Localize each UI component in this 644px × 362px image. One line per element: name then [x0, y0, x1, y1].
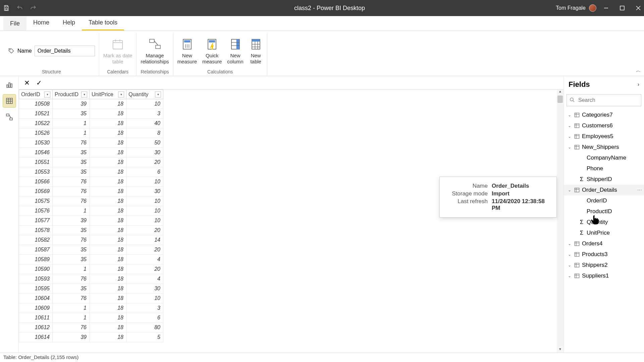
minimize-icon[interactable]	[603, 5, 609, 11]
file-tab[interactable]: File	[3, 17, 26, 31]
table-row[interactable]: 1057611810	[19, 206, 163, 216]
fields-table-customers6[interactable]: ⌄Customers6	[564, 120, 644, 131]
filter-icon[interactable]: ▾	[81, 92, 87, 98]
table-cell[interactable]: 35	[53, 284, 90, 294]
table-cell[interactable]: 18	[90, 235, 126, 245]
table-cell[interactable]: 10595	[19, 284, 53, 294]
table-cell[interactable]: 18	[90, 303, 126, 313]
field-unitprice[interactable]: ΣUnitPrice	[564, 228, 644, 238]
table-row[interactable]: 106111186	[19, 313, 163, 323]
scroll-thumb[interactable]	[557, 96, 563, 103]
tab-table-tools[interactable]: Table tools	[82, 16, 124, 31]
table-cell[interactable]: 10526	[19, 128, 53, 138]
table-cell[interactable]: 5	[126, 333, 163, 342]
table-cell[interactable]: 35	[53, 226, 90, 235]
table-cell[interactable]: 8	[126, 128, 163, 138]
close-icon[interactable]	[635, 5, 641, 11]
field-shipperid[interactable]: ΣShipperID	[564, 174, 644, 185]
table-cell[interactable]: 10553	[19, 167, 53, 177]
table-row[interactable]: 10604761810	[19, 294, 163, 303]
table-cell[interactable]: 30	[126, 148, 163, 158]
table-row[interactable]: 10582761814	[19, 235, 163, 245]
table-cell[interactable]: 20	[126, 264, 163, 274]
table-cell[interactable]: 18	[90, 148, 126, 158]
chevron-icon[interactable]: ⌄	[567, 123, 572, 128]
model-view-button[interactable]	[3, 110, 16, 124]
table-cell[interactable]: 10576	[19, 206, 53, 216]
maximize-icon[interactable]	[619, 5, 625, 11]
field-quantity[interactable]: ΣQuantity	[564, 217, 644, 228]
table-cell[interactable]: 18	[90, 109, 126, 119]
table-cell[interactable]: 10612	[19, 323, 53, 333]
table-cell[interactable]: 1	[53, 264, 90, 274]
new-measure-button[interactable]: New measure	[177, 37, 197, 65]
table-row[interactable]: 10546351830	[19, 148, 163, 158]
tab-home[interactable]: Home	[26, 16, 56, 31]
table-cell[interactable]: 76	[53, 294, 90, 303]
save-icon[interactable]	[3, 4, 10, 12]
table-cell[interactable]: 18	[90, 128, 126, 138]
scroll-down-icon[interactable]: ▼	[557, 347, 564, 353]
table-cell[interactable]: 10546	[19, 148, 53, 158]
report-view-button[interactable]	[3, 78, 16, 92]
table-cell[interactable]: 18	[90, 255, 126, 264]
table-cell[interactable]: 18	[90, 196, 126, 206]
table-cell[interactable]: 3	[126, 303, 163, 313]
table-cell[interactable]: 10	[126, 294, 163, 303]
table-cell[interactable]: 10508	[19, 99, 53, 109]
chevron-icon[interactable]: ⌄	[567, 252, 572, 257]
table-cell[interactable]: 18	[90, 138, 126, 148]
table-cell[interactable]: 10	[126, 99, 163, 109]
table-name-input[interactable]	[35, 46, 95, 56]
table-row[interactable]: 10612761880	[19, 323, 163, 333]
table-cell[interactable]: 1	[53, 313, 90, 323]
table-cell[interactable]: 35	[53, 167, 90, 177]
table-row[interactable]: 106091183	[19, 303, 163, 313]
column-header-productid[interactable]: ProductID▾	[53, 90, 90, 99]
table-cell[interactable]: 1	[53, 206, 90, 216]
table-cell[interactable]: 1	[53, 128, 90, 138]
table-cell[interactable]: 10	[126, 177, 163, 187]
table-cell[interactable]: 20	[126, 158, 163, 167]
table-cell[interactable]: 18	[90, 167, 126, 177]
fields-table-employees5[interactable]: ⌄Employees5	[564, 131, 644, 142]
column-header-unitprice[interactable]: UnitPrice▾	[90, 90, 126, 99]
redo-icon[interactable]	[30, 4, 37, 12]
table-row[interactable]: 10566761810	[19, 177, 163, 187]
filter-icon[interactable]: ▾	[118, 92, 124, 98]
cancel-formula-button[interactable]: ✕	[21, 77, 32, 88]
table-row[interactable]: 10595351830	[19, 284, 163, 294]
table-cell[interactable]: 10521	[19, 109, 53, 119]
fields-table-new_shippers[interactable]: ⌄New_Shippers	[564, 142, 644, 153]
table-row[interactable]: 10530761850	[19, 138, 163, 148]
table-cell[interactable]: 10589	[19, 255, 53, 264]
table-cell[interactable]: 35	[53, 245, 90, 255]
data-grid[interactable]: OrderID▾ProductID▾UnitPrice▾Quantity▾ 10…	[19, 89, 564, 353]
table-cell[interactable]: 80	[126, 323, 163, 333]
chevron-icon[interactable]: ⌄	[567, 241, 572, 246]
table-cell[interactable]: 10593	[19, 274, 53, 284]
table-cell[interactable]: 10569	[19, 187, 53, 196]
table-cell[interactable]: 10578	[19, 226, 53, 235]
table-cell[interactable]: 18	[90, 264, 126, 274]
table-cell[interactable]: 14	[126, 235, 163, 245]
fields-table-shippers2[interactable]: ⌄Shippers2	[564, 260, 644, 270]
table-cell[interactable]: 4	[126, 255, 163, 264]
scroll-up-icon[interactable]: ▲	[557, 89, 564, 95]
table-cell[interactable]: 18	[90, 216, 126, 226]
mark-as-date-button[interactable]: Mark as date table	[103, 37, 132, 65]
table-cell[interactable]: 10	[126, 216, 163, 226]
table-row[interactable]: 10587351820	[19, 245, 163, 255]
table-cell[interactable]: 1	[53, 119, 90, 128]
table-cell[interactable]: 18	[90, 206, 126, 216]
table-cell[interactable]: 4	[126, 274, 163, 284]
table-cell[interactable]: 10604	[19, 294, 53, 303]
table-cell[interactable]: 18	[90, 99, 126, 109]
new-column-button[interactable]: New column	[227, 37, 243, 65]
field-phone[interactable]: Phone	[564, 163, 644, 174]
table-cell[interactable]: 76	[53, 323, 90, 333]
fields-table-products3[interactable]: ⌄Products3	[564, 249, 644, 260]
fields-table-order_details[interactable]: ⌄Order_Details⋯	[564, 185, 644, 195]
column-header-quantity[interactable]: Quantity▾	[126, 90, 163, 99]
table-cell[interactable]: 3	[126, 109, 163, 119]
